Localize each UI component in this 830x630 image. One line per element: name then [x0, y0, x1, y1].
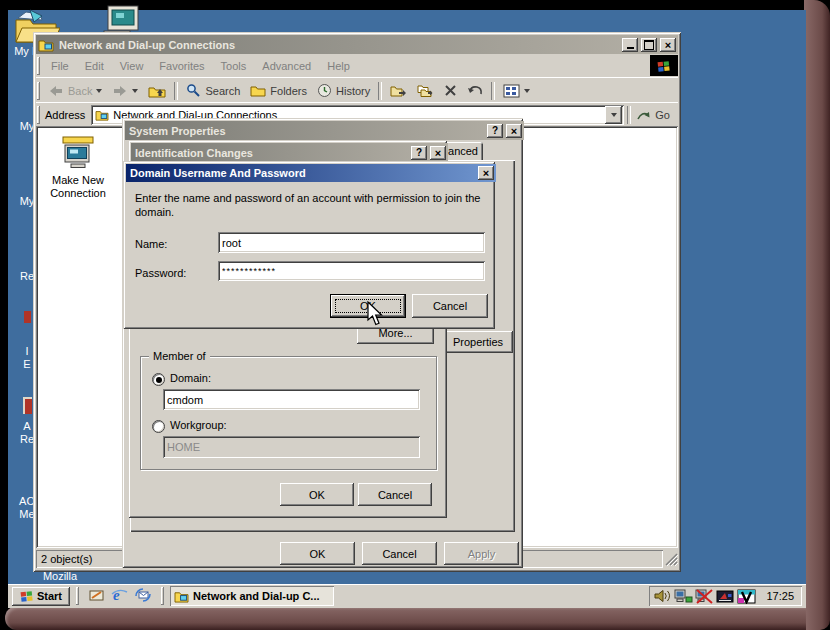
domain-dialog-title: Domain Username And Password [128, 167, 475, 179]
windows-logo-throbber [650, 55, 678, 76]
window-title: Network and Dial-up Connections [57, 39, 619, 51]
address-dropdown-button[interactable] [605, 106, 622, 124]
up-folder-icon [148, 84, 166, 98]
system-properties-title: System Properties [127, 125, 484, 137]
start-button[interactable]: Start [12, 587, 70, 606]
workgroup-input [163, 436, 420, 458]
back-dropdown[interactable] [96, 89, 102, 93]
network-folder-icon [38, 38, 54, 52]
properties-button[interactable]: Properties [443, 331, 513, 353]
help-button[interactable]: ? [487, 124, 503, 138]
outlook-express-icon [134, 587, 152, 603]
address-label: Address [45, 109, 85, 121]
menu-file[interactable]: File [43, 57, 77, 75]
desktop-icon-sliver [23, 397, 32, 414]
file-item-make-new-connection[interactable]: Make New Connection [42, 136, 114, 200]
start-flag-icon [20, 590, 34, 602]
sysprops-apply-button[interactable]: Apply [444, 542, 519, 565]
minimize-button[interactable] [622, 38, 638, 52]
up-button[interactable] [143, 82, 171, 100]
address-folder-icon [95, 109, 109, 121]
close-button[interactable]: × [430, 146, 446, 160]
volume-icon[interactable] [654, 589, 672, 604]
password-input[interactable] [218, 261, 485, 281]
domain-dialog-instruction: Enter the name and password of an accoun… [135, 191, 487, 219]
identification-changes-title: Identification Changes [133, 147, 408, 159]
show-desktop-icon [88, 588, 105, 603]
forward-arrow-icon [112, 85, 128, 97]
internet-explorer-icon: e [111, 587, 128, 603]
windows-flag-icon [657, 60, 671, 72]
system-properties-titlebar[interactable]: System Properties ? × [125, 121, 524, 140]
workgroup-radio-label[interactable]: Workgroup: [170, 419, 227, 431]
views-grid-icon [503, 84, 520, 98]
desktop[interactable]: My D My My Re IE ARe AOMe Mozilla Networ… [8, 10, 806, 608]
name-label: Name: [135, 238, 167, 250]
mouse-cursor [367, 301, 386, 327]
name-input[interactable] [218, 232, 485, 253]
menu-advanced[interactable]: Advanced [254, 57, 319, 75]
desktop-icon-sliver [24, 311, 31, 323]
system-tray: 17:25 [649, 586, 802, 606]
forward-button[interactable] [107, 83, 143, 99]
domain-input[interactable] [163, 389, 420, 410]
sysprops-cancel-button[interactable]: Cancel [362, 542, 437, 565]
menu-tools[interactable]: Tools [213, 57, 255, 75]
idchanges-ok-button[interactable]: OK [280, 483, 354, 506]
sysprops-ok-button[interactable]: OK [280, 542, 355, 565]
domain-cancel-button[interactable]: Cancel [412, 294, 488, 318]
go-arrow-icon [636, 109, 651, 122]
menu-view[interactable]: View [112, 57, 152, 75]
svg-text:e: e [113, 587, 120, 603]
close-button[interactable]: × [506, 124, 522, 138]
vnc-icon[interactable] [737, 589, 756, 604]
menu-bar: File Edit View Favorites Tools Advanced … [36, 54, 678, 77]
back-button[interactable]: Back [43, 83, 107, 99]
folders-icon [250, 84, 266, 97]
search-icon [186, 83, 201, 98]
domain-radio-label[interactable]: Domain: [170, 372, 211, 384]
workgroup-radio[interactable] [152, 420, 165, 433]
close-button[interactable]: × [660, 38, 676, 52]
taskbar-clock: 17:25 [766, 590, 794, 602]
keyboard-layout-icon[interactable] [716, 589, 735, 604]
identification-changes-titlebar[interactable]: Identification Changes ? × [131, 143, 448, 162]
undo-button[interactable] [462, 82, 488, 99]
delete-button[interactable] [439, 82, 462, 99]
menu-favorites[interactable]: Favorites [151, 57, 212, 75]
idchanges-cancel-button[interactable]: Cancel [358, 483, 432, 506]
views-dropdown[interactable] [524, 89, 530, 93]
menu-help[interactable]: Help [319, 57, 358, 75]
network-folder-icon [174, 590, 189, 603]
back-arrow-icon [48, 85, 64, 97]
quicklaunch-internet-explorer[interactable]: e [108, 586, 131, 606]
move-to-button[interactable] [385, 82, 412, 100]
network-status-icon[interactable] [674, 589, 693, 604]
task-button-network-connections[interactable]: Network and Dial-up C... [170, 586, 334, 606]
network-disconnected-icon[interactable] [695, 589, 714, 604]
window-titlebar[interactable]: Network and Dial-up Connections × [36, 35, 678, 54]
file-item-label: Make New Connection [42, 174, 114, 200]
bezel-bottom [5, 606, 806, 630]
go-button[interactable]: Go [634, 107, 678, 124]
undo-icon [467, 84, 483, 97]
maximize-button[interactable] [641, 38, 657, 52]
domain-radio[interactable] [152, 373, 165, 386]
copy-to-button[interactable] [412, 82, 439, 100]
quicklaunch-outlook-express[interactable] [131, 586, 155, 606]
views-button[interactable] [498, 82, 535, 100]
help-button[interactable]: ? [411, 146, 427, 160]
password-label: Password: [135, 267, 186, 279]
domain-dialog-titlebar[interactable]: Domain Username And Password × [126, 164, 496, 182]
close-button[interactable]: × [478, 166, 494, 180]
copy-to-icon [417, 84, 434, 98]
folders-button[interactable]: Folders [245, 82, 312, 99]
menu-edit[interactable]: Edit [77, 57, 112, 75]
quicklaunch-show-desktop[interactable] [85, 587, 108, 606]
history-button[interactable]: History [312, 81, 375, 100]
move-to-icon [390, 84, 407, 98]
forward-dropdown[interactable] [132, 89, 138, 93]
toolbar: Back Search [36, 77, 678, 103]
search-button[interactable]: Search [181, 81, 245, 100]
resize-grip[interactable] [665, 553, 678, 566]
